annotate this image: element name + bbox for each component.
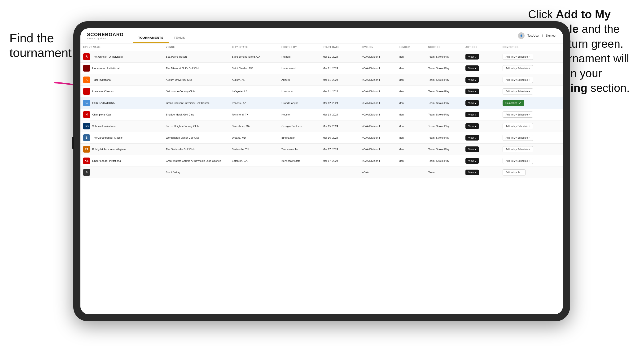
app-logo: SCOREBOARD <box>87 32 124 37</box>
table-row: TT Bobby Nichols Intercollegiate The Sev… <box>80 144 563 155</box>
table-body: R The Johnnie - O Individual Sea Palms R… <box>80 51 563 178</box>
tab-tournaments[interactable]: TOURNAMENTS <box>133 34 168 43</box>
division-cell: NCAA Division I <box>358 132 396 144</box>
user-name: Test User <box>528 34 540 37</box>
view-button[interactable]: View <box>466 112 479 117</box>
eye-icon <box>475 90 476 93</box>
scoring-cell: Team, Stroke Play <box>426 63 462 74</box>
city-cell: Lafayette, LA <box>229 86 278 97</box>
hosted-by-cell: Auburn <box>278 74 320 86</box>
add-to-schedule-button[interactable]: Add to My Schedule + <box>502 88 533 94</box>
tablet-frame: SCOREBOARD Powered by clippd TOURNAMENTS… <box>73 21 570 321</box>
add-to-schedule-button[interactable]: Add to My Schedule + <box>502 146 533 152</box>
add-to-schedule-button[interactable]: Add to My Schedule + <box>502 135 533 141</box>
venue-cell: Brook Valley <box>163 167 229 178</box>
separator: | <box>542 34 543 37</box>
view-button[interactable]: View <box>466 158 479 164</box>
eye-icon <box>475 67 476 70</box>
venue-cell: The Missouri Bluffs Golf Club <box>163 63 229 74</box>
view-button[interactable]: View <box>466 135 479 141</box>
view-button[interactable]: View <box>466 170 479 175</box>
sign-out-link[interactable]: Sign out <box>546 34 556 37</box>
venue-cell: Oakbourne Country Club <box>163 86 229 97</box>
tab-teams[interactable]: TEAMS <box>169 34 190 43</box>
add-to-schedule-button[interactable]: Add to My Schedule + <box>502 54 533 60</box>
scoring-cell: Team, Stroke Play <box>426 86 462 97</box>
event-cell: B <box>80 167 163 178</box>
city-cell: Urbana, MD <box>229 132 278 144</box>
event-name: Lindenwood Invitational <box>92 67 120 70</box>
add-to-schedule-button[interactable]: Add to My Schedule + <box>502 158 533 164</box>
col-event-name: EVENT NAME <box>80 43 163 51</box>
event-cell: TT Bobby Nichols Intercollegiate <box>80 144 163 155</box>
eye-icon <box>475 55 476 58</box>
view-button[interactable]: View <box>466 89 479 94</box>
table-row: B The Carpetbagger Classic Worthington M… <box>80 132 563 144</box>
division-cell: NCAA Division I <box>358 51 396 63</box>
team-logo: R <box>83 53 90 60</box>
city-cell: Sevierville, TN <box>229 144 278 155</box>
division-cell: NCAA <box>358 167 396 178</box>
view-button[interactable]: View <box>466 54 479 59</box>
actions-cell: View <box>462 155 500 167</box>
start-date-cell: Mar 16, 2024 <box>320 132 359 144</box>
competing-cell: Add to My Sc... <box>500 167 563 178</box>
actions-cell: View <box>462 97 500 109</box>
table-row: A Tiger Invitational Auburn University C… <box>80 74 563 86</box>
start-date-cell <box>320 167 359 178</box>
gender-cell: Men <box>396 132 426 144</box>
event-cell: R The Johnnie - O Individual <box>80 51 163 63</box>
add-to-schedule-button[interactable]: Add to My Schedule + <box>502 112 533 118</box>
event-cell: L Lindenwood Invitational <box>80 63 163 74</box>
view-button[interactable]: View <box>466 147 479 152</box>
gender-cell: Men <box>396 74 426 86</box>
event-name: The Johnnie - O Individual <box>92 55 122 58</box>
venue-cell: The Sevierville Golf Club <box>163 144 229 155</box>
nav-tabs: TOURNAMENTS TEAMS <box>133 28 190 43</box>
gender-cell: Men <box>396 120 426 132</box>
annotation-left: Find the tournament. <box>10 31 76 60</box>
city-cell: Statesboro, GA <box>229 120 278 132</box>
gender-cell: Men <box>396 63 426 74</box>
actions-cell: View <box>462 132 500 144</box>
actions-cell: View <box>462 144 500 155</box>
hosted-by-cell: Georgia Southern <box>278 120 320 132</box>
app-header: SCOREBOARD Powered by clippd TOURNAMENTS… <box>80 28 563 43</box>
start-date-cell: Mar 11, 2024 <box>320 51 359 63</box>
gender-cell: Men <box>396 97 426 109</box>
venue-cell: Worthington Manor Golf Club <box>163 132 229 144</box>
division-cell: NCAA Division I <box>358 86 396 97</box>
eye-icon <box>475 171 476 174</box>
team-logo: A <box>83 77 90 83</box>
tablet-side-button <box>72 137 74 149</box>
team-logo: B <box>83 169 90 176</box>
view-button[interactable]: View <box>466 77 479 83</box>
gender-cell: Men <box>396 155 426 167</box>
scoring-cell: Team, Stroke Play <box>426 109 462 120</box>
city-cell: Richmond, TX <box>229 109 278 120</box>
competing-button[interactable]: Competing <box>502 100 524 106</box>
add-to-schedule-button[interactable]: Add to My Schedule + <box>502 123 533 129</box>
venue-cell: Grand Canyon University Golf Course <box>163 97 229 109</box>
team-logo: B <box>83 134 90 141</box>
view-button[interactable]: View <box>466 65 479 71</box>
col-hosted-by: HOSTED BY <box>278 43 320 51</box>
hosted-by-cell: Rutgers <box>278 51 320 63</box>
view-button[interactable]: View <box>466 100 479 106</box>
view-button[interactable]: View <box>466 123 479 129</box>
user-avatar: 👤 <box>518 32 524 39</box>
scoring-cell: Team, Stroke Play <box>426 97 462 109</box>
eye-icon <box>475 113 476 116</box>
table-row: L Louisiana Classics Oakbourne Country C… <box>80 86 563 97</box>
start-date-cell: Mar 11, 2024 <box>320 74 359 86</box>
scoring-cell: Team, Stroke Play <box>426 120 462 132</box>
eye-icon <box>475 78 476 81</box>
add-to-schedule-button[interactable]: Add to My Schedule + <box>502 77 533 83</box>
col-actions: ACTIONS <box>462 43 500 51</box>
add-to-schedule-button[interactable]: Add to My Sc... <box>502 169 526 175</box>
table-row: B Brook ValleyNCAATeam,View Add to My Sc… <box>80 167 563 178</box>
hosted-by-cell: Tennessee Tech <box>278 144 320 155</box>
city-cell: Auburn, AL <box>229 74 278 86</box>
event-name: Linger Longer Invitational <box>92 160 122 162</box>
add-to-schedule-button[interactable]: Add to My Schedule + <box>502 65 533 71</box>
